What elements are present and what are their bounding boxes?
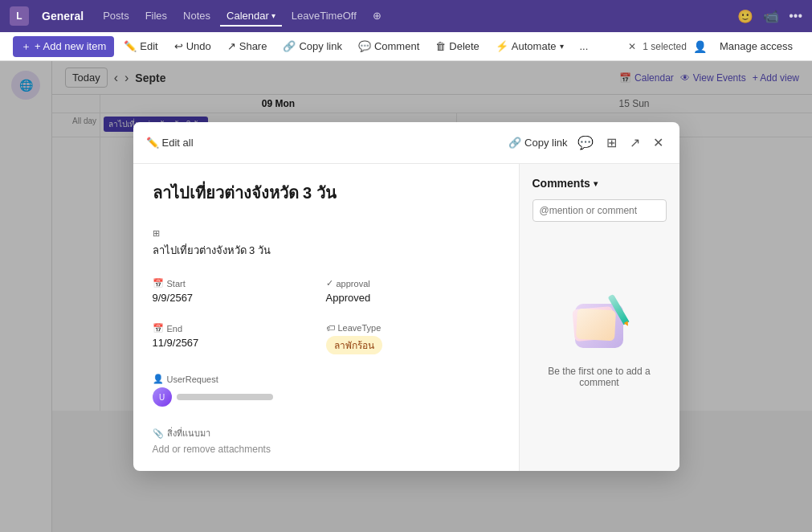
delete-button[interactable]: 🗑 Delete [429,37,486,55]
comments-empty-illustration [567,292,631,356]
approval-icon: ✓ [326,278,333,289]
field-end: 📅 End 11/9/2567 [153,317,326,367]
calendar-icon-start: 📅 [153,278,164,289]
share-icon: ↗ [227,40,236,52]
field-label-approval: ✓ approval [326,278,500,289]
add-new-item-button[interactable]: ＋ + Add new item [13,36,114,57]
app-icon: L [10,6,29,26]
copy-link-button[interactable]: 🔗 Copy link [276,37,348,55]
modal-overlay: ✏️ Edit all 🔗 Copy link 💬 ⊞ ↗ ✕ [0,61,812,532]
modal-expand-icon[interactable]: ↗ [626,132,643,153]
field-value-record: ลาไปเที่ยวต่างจังหวัด 3 วัน [153,242,500,259]
modal-close-button[interactable]: ✕ [650,132,667,153]
tab-calendar[interactable]: Calendar ▾ [220,6,282,27]
user-row: U [153,387,326,407]
more-toolbar-button[interactable]: ... [573,37,595,55]
field-start: 📅 Start 9/9/2567 [153,272,326,317]
field-label-leave-type: 🏷 LeaveType [326,323,500,333]
record-icon: ⊞ [153,228,160,239]
attachments-label: 📎 สิ่งที่แนบมา [153,426,500,440]
field-label-record: ⊞ [153,228,500,239]
emoji-icon[interactable]: 🙂 [737,9,753,24]
toolbar-right: ✕ 1 selected 👤 Manage access [628,37,799,55]
manage-access-button[interactable]: Manage access [713,37,799,55]
manage-access-icon: 👤 [693,40,707,53]
field-value-approval[interactable]: Approved [326,292,500,304]
tab-add[interactable]: ⊕ [366,6,388,27]
leave-type-badge[interactable]: ลาพักร้อน [326,336,382,354]
automate-button[interactable]: ⚡ Automate ▾ [489,37,570,55]
top-nav-right: 🙂 📹 ••• [737,9,802,24]
edit-button[interactable]: ✏️ Edit [117,37,164,55]
share-button[interactable]: ↗ Share [221,37,274,55]
modal-header-left: ✏️ Edit all [146,137,503,149]
item-modal: ✏️ Edit all 🔗 Copy link 💬 ⊞ ↗ ✕ [133,122,679,471]
field-value-end[interactable]: 11/9/2567 [153,337,326,349]
video-icon[interactable]: 📹 [763,9,779,24]
field-record: ⊞ ลาไปเที่ยวต่างจังหวัด 3 วัน [153,222,500,272]
attachments-add-text[interactable]: Add or remove attachments [153,444,500,455]
copy-link-icon: 🔗 [283,40,296,52]
modal-layout-icon[interactable]: ⊞ [603,132,620,153]
modal-body: ลาไปเที่ยวต่างจังหวัด 3 วัน ⊞ ลาไปเที่ยว… [133,164,679,471]
modal-comments: Comments ▾ Be the first one to add a com… [519,164,679,471]
automate-icon: ⚡ [496,40,508,52]
comments-illustration: Be the first one to add a comment [532,222,667,458]
attachment-icon: 📎 [153,428,164,439]
nav-tabs: Posts Files Notes Calendar ▾ LeaveTimeOf… [96,6,388,27]
tab-posts[interactable]: Posts [96,6,136,27]
close-selected-icon[interactable]: ✕ [628,41,636,52]
comments-header: Comments ▾ [532,177,667,190]
field-value-start[interactable]: 9/9/2567 [153,292,326,304]
tab-leavetimeoff[interactable]: LeaveTimeOff [285,6,363,27]
comment-input[interactable] [532,199,667,222]
undo-icon: ↩ [174,40,183,52]
modal-form: ลาไปเที่ยวต่างจังหวัด 3 วัน ⊞ ลาไปเที่ยว… [133,164,519,471]
form-grid: ⊞ ลาไปเที่ยวต่างจังหวัด 3 วัน 📅 Start 9/… [153,222,500,419]
link-icon: 🔗 [508,137,521,149]
calendar-icon-end: 📅 [153,323,164,334]
user-name-bar [177,394,273,400]
selected-count: 1 selected [643,41,687,52]
tab-notes[interactable]: Notes [177,6,217,27]
undo-button[interactable]: ↩ Undo [168,37,218,55]
edit-icon: ✏️ [124,40,137,52]
edit-all-button[interactable]: ✏️ Edit all [146,137,194,149]
trash-icon: 🗑 [435,40,446,52]
user-avatar: U [153,387,172,407]
leave-type-icon: 🏷 [326,323,335,333]
field-label-user-request: 👤 UserRequest [153,374,326,384]
field-label-start: 📅 Start [153,278,326,289]
copy-link-modal-button[interactable]: 🔗 Copy link [508,137,567,149]
pencil-icon: ✏️ [146,137,159,149]
content-area: 🌐 Today ‹ › Septe 📅 Calendar 👁 View Even… [0,61,812,532]
field-approval: ✓ approval Approved [326,272,500,317]
tab-files[interactable]: Files [139,6,173,27]
modal-header-right: 🔗 Copy link 💬 ⊞ ↗ ✕ [508,132,666,153]
more-options-icon[interactable]: ••• [789,9,802,23]
comments-empty-text: Be the first one to add a comment [532,366,667,388]
comment-button[interactable]: 💬 Comment [352,37,426,55]
channel-title: General [42,10,84,23]
top-navigation: L General Posts Files Notes Calendar ▾ L… [0,0,812,32]
field-value-leave-type: ลาพักร้อน [326,336,500,354]
field-user-request: 👤 UserRequest U [153,367,326,419]
field-leave-type: 🏷 LeaveType ลาพักร้อน [326,317,500,367]
main-toolbar: ＋ + Add new item ✏️ Edit ↩ Undo ↗ Share … [0,32,812,61]
user-icon: 👤 [153,374,164,384]
comment-icon: 💬 [358,40,371,52]
modal-header: ✏️ Edit all 🔗 Copy link 💬 ⊞ ↗ ✕ [133,122,679,164]
field-label-end: 📅 End [153,323,326,334]
attachments-section: 📎 สิ่งที่แนบมา Add or remove attachments [153,426,500,455]
modal-chat-icon[interactable]: 💬 [574,132,597,153]
modal-title: ลาไปเที่ยวต่างจังหวัด 3 วัน [153,180,500,206]
comments-chevron-icon[interactable]: ▾ [594,179,598,188]
